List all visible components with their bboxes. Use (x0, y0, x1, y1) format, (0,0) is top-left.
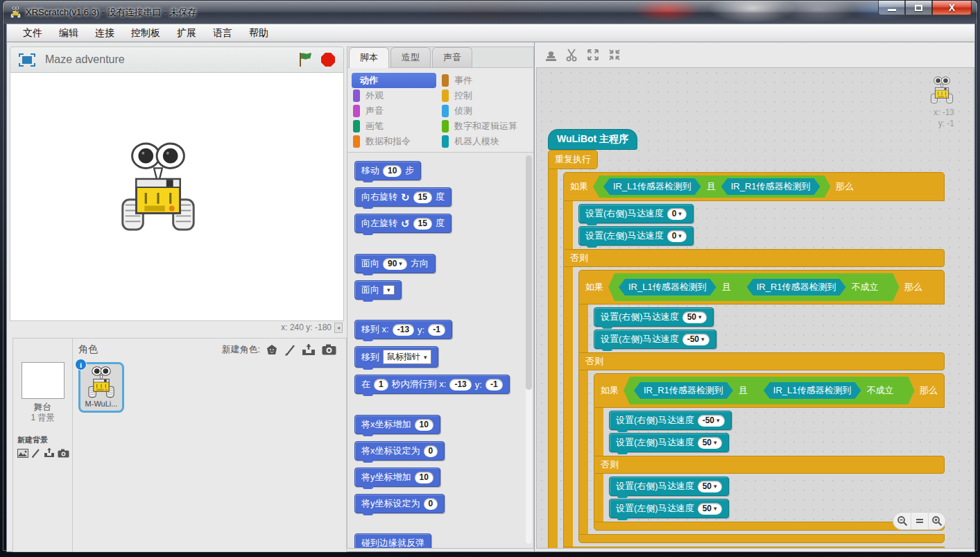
stage-column[interactable]: 舞台 1 背景 新建背景 (13, 339, 73, 551)
ir-l1-sensor-block[interactable]: IR_L1传感器检测到 (603, 178, 701, 195)
set-right-motor-block[interactable]: 设置(右侧)马达速度 0 (578, 204, 694, 223)
category-looks[interactable]: 外观 (352, 88, 440, 103)
if-else-block-3[interactable]: 如果 IR_R1传感器检测到 且 IR_L1传感器检测到 (594, 373, 945, 531)
block-change-y[interactable]: 将y坐标增加10 (354, 468, 440, 487)
sprite-info-icon[interactable]: i (75, 359, 87, 370)
forever-label[interactable]: 重复执行 (548, 150, 598, 169)
category-sound[interactable]: 声音 (352, 103, 440, 119)
menu-edit[interactable]: 编辑 (51, 25, 86, 42)
block-set-y[interactable]: 将y坐标设定为0 (354, 494, 445, 513)
tab-scripts[interactable]: 脚本 (349, 47, 389, 68)
ir-l1-sensor-block[interactable]: IR_L1传感器检测到 (619, 279, 716, 295)
new-backdrop-library-icon[interactable] (17, 449, 28, 458)
zoom-reset-button[interactable] (911, 512, 928, 530)
set-right-motor-block[interactable]: 设置(右侧)马达速度 -50 (609, 411, 732, 430)
new-sprite-library-icon[interactable] (266, 344, 278, 356)
category-pen[interactable]: 画笔 (352, 119, 440, 134)
if-else-block-1[interactable]: 如果 IR_L1传感器检测到 且 IR_R1传感器检测到 那么 (563, 172, 945, 549)
motor-speed-dropdown[interactable]: -50 (682, 334, 710, 345)
grow-sprite-icon[interactable] (586, 48, 600, 62)
block-bounce-on-edge[interactable]: 碰到边缘就反弹 (354, 533, 431, 548)
close-button[interactable]: X (932, 1, 972, 15)
paint-new-backdrop-icon[interactable] (31, 448, 41, 458)
palette-scrollbar[interactable] (526, 155, 532, 544)
block-set-x[interactable]: 将x坐标设定为0 (354, 441, 445, 461)
fullscreen-icon[interactable] (19, 53, 35, 67)
scissors-icon[interactable] (565, 48, 578, 62)
shrink-sprite-icon[interactable] (608, 48, 621, 62)
palette-scrollbar-thumb[interactable] (526, 155, 532, 390)
collapse-stage-button[interactable]: ◂ (334, 323, 343, 333)
and-block-2[interactable]: IR_L1传感器检测到 且 IR_R1传感器检测到 不成立 (608, 273, 900, 301)
block-turn-left[interactable]: 向左旋转↺15度 (354, 214, 452, 233)
menu-board[interactable]: 控制板 (123, 25, 168, 42)
category-events[interactable]: 事件 (440, 73, 529, 88)
ir-r1-sensor-block[interactable]: IR_R1传感器检测到 (634, 382, 733, 399)
block-point-towards[interactable]: 面向 (354, 280, 402, 300)
goto-target-dropdown[interactable]: 鼠标指针 (383, 350, 431, 364)
block-point-direction[interactable]: 面向90方向 (354, 254, 436, 273)
project-title[interactable]: Maze adventure (45, 53, 298, 66)
category-operators[interactable]: 数字和逻辑运算 (440, 119, 529, 134)
category-motion[interactable]: 动作 (352, 73, 436, 88)
block-move-steps[interactable]: 移动10步 (354, 161, 421, 180)
green-flag-button[interactable] (298, 51, 314, 68)
category-sensing[interactable]: 侦测 (440, 103, 529, 119)
block-glide[interactable]: 在1秒内滑行到 x:-13y:-1 (354, 375, 510, 394)
set-left-motor-block[interactable]: 设置(左侧)马达速度 50 (609, 499, 729, 518)
tab-costumes[interactable]: 造型 (390, 47, 431, 67)
set-right-motor-block[interactable]: 设置(右侧)马达速度 50 (609, 477, 729, 496)
category-robot[interactable]: 机器人模块 (440, 134, 529, 149)
set-right-motor-block[interactable]: 设置(右侧)马达速度 50 (594, 307, 714, 327)
robot-sprite-on-stage[interactable] (117, 142, 200, 232)
block-goto-xy[interactable]: 移到 x:-13y:-1 (354, 320, 452, 339)
ir-l1-sensor-block[interactable]: IR_L1传感器检测到 (764, 382, 861, 399)
motor-speed-dropdown[interactable]: -50 (698, 415, 725, 427)
camera-backdrop-icon[interactable] (58, 449, 69, 458)
and-block-3[interactable]: IR_R1传感器检测到 且 IR_L1传感器检测到 不成立 (624, 377, 915, 404)
stage-canvas[interactable] (10, 73, 344, 321)
script-canvas[interactable]: x: -13 y: -1 WuLiBot 主程序 重复执行 (536, 67, 974, 549)
motor-speed-dropdown[interactable]: 50 (682, 311, 707, 323)
sprite-card-wulibot[interactable]: i M-WuLi... (78, 362, 124, 413)
block-turn-right[interactable]: 向右旋转↻15度 (354, 187, 452, 207)
menu-help[interactable]: 帮助 (241, 25, 276, 42)
forever-block[interactable]: 重复执行 如果 IR_L1传感器检测到 (548, 150, 945, 549)
ir-r1-sensor-block[interactable]: IR_R1传感器检测到 (747, 279, 846, 295)
paint-new-sprite-icon[interactable] (284, 344, 295, 356)
menu-language[interactable]: 语言 (205, 25, 240, 42)
set-left-motor-block[interactable]: 设置(左侧)马达速度 -50 (594, 329, 716, 349)
upload-sprite-icon[interactable] (302, 344, 316, 356)
camera-sprite-icon[interactable] (322, 344, 336, 355)
set-left-motor-block[interactable]: 设置(左侧)马达速度 50 (609, 433, 729, 452)
category-control[interactable]: 控制 (440, 88, 529, 103)
not-block[interactable]: IR_L1传感器检测到 不成立 (753, 379, 904, 402)
menu-extensions[interactable]: 扩展 (169, 25, 204, 42)
script-stack[interactable]: WuLiBot 主程序 重复执行 如果 (548, 129, 945, 549)
ir-r1-sensor-block[interactable]: IR_R1传感器检测到 (721, 178, 820, 195)
stamp-icon[interactable] (544, 48, 558, 62)
menu-connect[interactable]: 连接 (87, 25, 122, 42)
if-else-block-2[interactable]: 如果 IR_L1传感器检测到 且 IR_R1传感器检测到 不成立 (578, 270, 945, 543)
hat-block-wulibot-main[interactable]: WuLiBot 主程序 (548, 129, 637, 150)
category-data[interactable]: 数据和指令 (352, 134, 440, 149)
motor-speed-dropdown[interactable]: 0 (667, 230, 687, 242)
set-left-motor-block[interactable]: 设置(左侧)马达速度 0 (578, 226, 694, 246)
minimize-button[interactable] (878, 1, 905, 15)
title-bar[interactable]: XRScratch(v1.6.3) - 没有连接串口 - 未保存 X (3, 1, 977, 24)
maximize-button[interactable] (905, 1, 932, 15)
stop-button[interactable] (321, 53, 335, 67)
motor-speed-dropdown[interactable]: 50 (698, 437, 722, 449)
zoom-in-button[interactable] (928, 512, 945, 530)
block-change-x[interactable]: 将x坐标增加10 (354, 415, 440, 434)
menu-file[interactable]: 文件 (15, 25, 50, 42)
and-block-1[interactable]: IR_L1传感器检测到 且 IR_R1传感器检测到 (593, 175, 831, 198)
not-block[interactable]: IR_R1传感器检测到 不成立 (737, 276, 889, 298)
stage-backdrop-thumbnail[interactable] (22, 362, 65, 399)
tab-sounds[interactable]: 声音 (432, 47, 472, 67)
block-goto-mouse[interactable]: 移到鼠标指针 (354, 346, 438, 368)
motor-speed-dropdown[interactable]: 50 (698, 503, 722, 515)
point-towards-dropdown[interactable] (383, 285, 395, 295)
motor-speed-dropdown[interactable]: 0 (667, 208, 687, 220)
zoom-out-button[interactable] (893, 512, 911, 530)
